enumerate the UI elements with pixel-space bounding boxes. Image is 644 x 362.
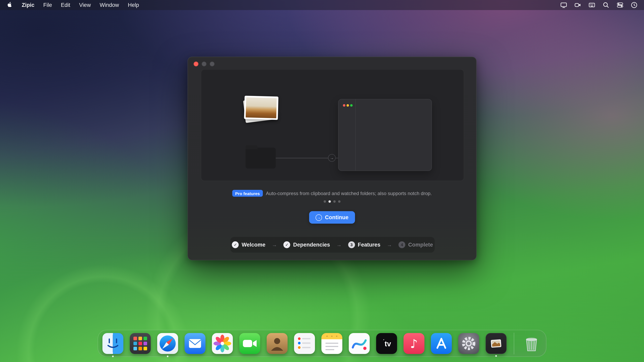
finder-icon[interactable] — [102, 333, 123, 354]
system-settings-icon[interactable] — [458, 333, 479, 354]
menu-bar: Zipic File Edit View Window Help — [0, 0, 644, 10]
apple-menu[interactable] — [0, 0, 17, 10]
tv-icon[interactable]: tv — [376, 333, 397, 354]
menu-edit[interactable]: Edit — [56, 0, 75, 10]
minimize-button[interactable] — [202, 61, 206, 66]
window-controls — [194, 61, 214, 66]
page-dot[interactable] — [328, 200, 331, 203]
arrow-right-circle-icon: → — [316, 214, 322, 221]
step-arrow-icon: → — [272, 242, 277, 248]
menu-window[interactable]: Window — [95, 0, 123, 10]
continue-label: Continue — [325, 214, 348, 220]
page-dot[interactable] — [333, 200, 336, 203]
menu-file[interactable]: File — [39, 0, 56, 10]
notes-icon[interactable] — [322, 333, 342, 354]
check-icon: ✓ — [232, 241, 239, 248]
contacts-icon[interactable] — [267, 333, 288, 354]
caption-text: Auto-compress from clipboard and watched… — [266, 190, 432, 196]
step-features: 3 Features — [348, 241, 380, 248]
step-welcome: ✓ Welcome — [232, 241, 266, 248]
dock-divider — [514, 333, 514, 354]
feature-caption: Pro features Auto-compress from clipboar… — [188, 190, 476, 197]
search-icon[interactable] — [602, 1, 610, 8]
step-number: 4 — [398, 241, 405, 248]
freeform-icon[interactable] — [349, 333, 370, 354]
mail-icon[interactable] — [184, 333, 206, 354]
step-complete: 4 Complete — [398, 241, 433, 248]
app-store-icon[interactable] — [431, 333, 452, 354]
mock-zoom-icon — [350, 104, 352, 106]
menu-help[interactable]: Help — [123, 0, 144, 10]
check-icon: ✓ — [284, 241, 290, 248]
step-arrow-icon: → — [387, 242, 392, 248]
apple-logo-icon — [6, 1, 12, 9]
pro-features-badge: Pro features — [232, 190, 263, 197]
zoom-button[interactable] — [210, 61, 214, 66]
reminders-icon[interactable] — [294, 333, 315, 354]
zipic-onboarding-window: → Pro features Auto-compress from clipbo… — [188, 57, 476, 260]
close-button[interactable] — [194, 61, 198, 66]
camera-indicator-icon[interactable] — [574, 1, 581, 8]
zipic-icon[interactable] — [486, 333, 506, 354]
page-dot[interactable] — [324, 200, 326, 203]
keyboard-icon[interactable] — [588, 1, 595, 8]
dock: tv ♪ — [98, 330, 546, 357]
menu-bar-left: Zipic File Edit View Window Help — [0, 0, 144, 10]
step-arrow-icon: → — [336, 242, 342, 248]
photo-image — [246, 97, 277, 118]
arrow-circle-icon: → — [328, 154, 336, 162]
mock-close-icon — [343, 104, 345, 106]
desktop: Zipic File Edit View Window Help — [0, 0, 644, 362]
launchpad-icon[interactable] — [130, 333, 151, 354]
step-number: 3 — [348, 241, 355, 248]
facetime-icon[interactable] — [239, 333, 260, 354]
svg-text:♪: ♪ — [410, 337, 418, 351]
safari-icon[interactable] — [157, 333, 178, 354]
screen-mirroring-icon[interactable] — [560, 1, 567, 8]
trash-icon[interactable] — [522, 333, 542, 354]
continue-row: → Continue — [188, 211, 476, 224]
photo-front — [244, 96, 278, 120]
page-dot[interactable] — [338, 200, 340, 203]
continue-button[interactable]: → Continue — [309, 211, 355, 224]
control-center-icon[interactable] — [617, 1, 624, 8]
watched-folder-icon — [246, 148, 276, 169]
photo-stack-icon — [244, 96, 278, 122]
music-icon[interactable]: ♪ — [404, 333, 424, 354]
menu-bar-status — [560, 0, 638, 10]
app-window-mockup — [338, 99, 432, 171]
svg-text:tv: tv — [384, 340, 391, 348]
feature-illustration: → — [201, 69, 464, 181]
mock-minimize-icon — [346, 104, 349, 106]
mock-sidebar-divider — [356, 99, 356, 171]
page-dots[interactable] — [188, 200, 476, 203]
photos-icon[interactable] — [212, 333, 233, 354]
app-menu-zipic[interactable]: Zipic — [17, 0, 39, 10]
step-dependencies: ✓ Dependencies — [284, 241, 330, 248]
onboarding-stepper: ✓ Welcome → ✓ Dependencies → 3 Features … — [230, 237, 435, 253]
clock-icon[interactable] — [631, 1, 638, 8]
menu-view[interactable]: View — [75, 0, 95, 10]
